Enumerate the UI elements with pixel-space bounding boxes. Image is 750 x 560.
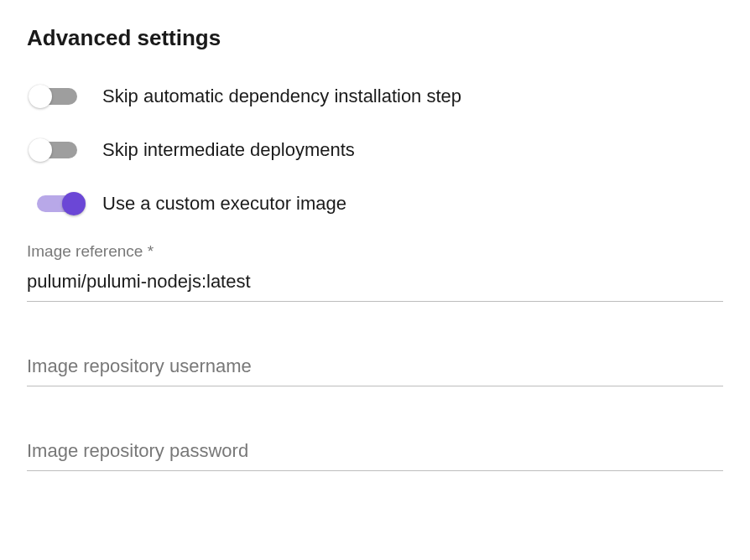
toggle-row-custom-executor: Use a custom executor image xyxy=(27,189,723,219)
toggle-skip-intermediate[interactable] xyxy=(27,135,87,165)
toggle-thumb xyxy=(29,138,52,162)
field-image-reference: Image reference * xyxy=(27,242,723,302)
toggle-row-skip-dependency: Skip automatic dependency installation s… xyxy=(27,81,723,111)
toggle-label-custom-executor: Use a custom executor image xyxy=(102,193,346,215)
input-image-reference[interactable] xyxy=(27,267,723,302)
field-repo-username xyxy=(27,352,723,386)
toggle-label-skip-dependency: Skip automatic dependency installation s… xyxy=(102,86,461,107)
section-title: Advanced settings xyxy=(27,25,723,51)
toggle-custom-executor[interactable] xyxy=(27,189,87,219)
toggle-label-skip-intermediate: Skip intermediate deployments xyxy=(102,139,355,161)
input-repo-username[interactable] xyxy=(27,352,723,386)
toggle-thumb xyxy=(29,85,52,108)
toggle-skip-dependency[interactable] xyxy=(27,81,87,111)
toggle-thumb xyxy=(62,192,86,215)
field-label-image-reference: Image reference * xyxy=(27,242,723,261)
input-repo-password[interactable] xyxy=(27,437,723,471)
toggle-row-skip-intermediate: Skip intermediate deployments xyxy=(27,135,723,165)
field-repo-password xyxy=(27,437,723,471)
